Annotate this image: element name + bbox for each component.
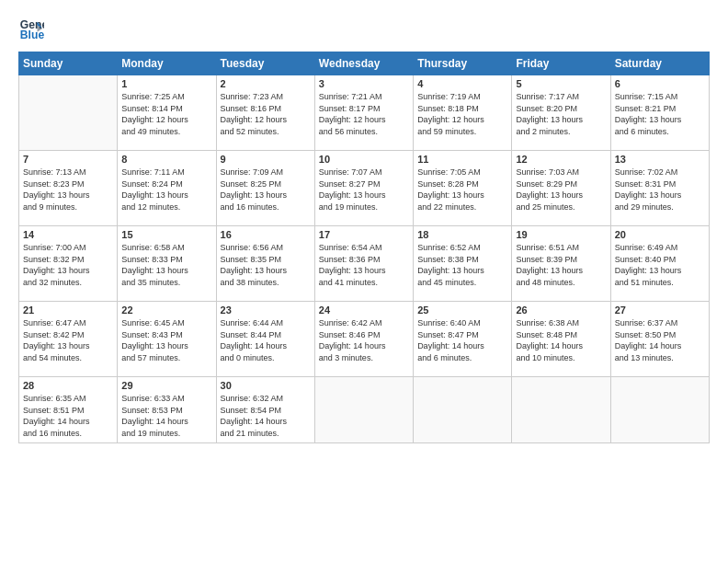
day-cell: 3Sunrise: 7:21 AM Sunset: 8:17 PM Daylig…: [314, 75, 413, 151]
day-cell: [314, 377, 413, 443]
col-header-tuesday: Tuesday: [216, 52, 314, 75]
day-number: 12: [516, 154, 606, 165]
day-number: 1: [121, 78, 211, 89]
day-number: 16: [221, 229, 311, 240]
day-cell: 21Sunrise: 6:47 AM Sunset: 8:42 PM Dayli…: [19, 302, 118, 377]
header-row: SundayMondayTuesdayWednesdayThursdayFrid…: [19, 52, 710, 75]
day-info: Sunrise: 7:19 AM Sunset: 8:18 PM Dayligh…: [417, 91, 507, 137]
day-cell: 20Sunrise: 6:49 AM Sunset: 8:40 PM Dayli…: [610, 226, 709, 302]
day-number: 6: [615, 78, 705, 89]
day-cell: [414, 377, 512, 443]
day-number: 7: [23, 154, 113, 165]
day-info: Sunrise: 7:23 AM Sunset: 8:16 PM Dayligh…: [221, 91, 311, 137]
day-cell: 5Sunrise: 7:17 AM Sunset: 8:20 PM Daylig…: [512, 75, 610, 151]
day-number: 4: [417, 78, 507, 89]
day-cell: 4Sunrise: 7:19 AM Sunset: 8:18 PM Daylig…: [414, 75, 512, 151]
logo: General Blue: [18, 17, 48, 42]
day-info: Sunrise: 7:13 AM Sunset: 8:23 PM Dayligh…: [23, 167, 113, 213]
day-number: 22: [121, 304, 211, 316]
day-number: 24: [319, 304, 409, 316]
day-number: 20: [615, 229, 705, 240]
day-number: 5: [516, 78, 606, 89]
logo-icon: General Blue: [18, 17, 44, 42]
day-cell: 7Sunrise: 7:13 AM Sunset: 8:23 PM Daylig…: [19, 151, 118, 226]
day-number: 15: [121, 229, 211, 240]
day-cell: 19Sunrise: 6:51 AM Sunset: 8:39 PM Dayli…: [512, 226, 610, 302]
day-number: 30: [221, 380, 311, 391]
day-info: Sunrise: 7:03 AM Sunset: 8:29 PM Dayligh…: [516, 167, 606, 213]
week-row-4: 21Sunrise: 6:47 AM Sunset: 8:42 PM Dayli…: [19, 302, 710, 377]
col-header-friday: Friday: [512, 52, 610, 75]
day-info: Sunrise: 6:40 AM Sunset: 8:47 PM Dayligh…: [417, 317, 507, 363]
day-cell: 11Sunrise: 7:05 AM Sunset: 8:28 PM Dayli…: [414, 151, 512, 226]
day-number: 8: [121, 154, 211, 165]
day-info: Sunrise: 6:37 AM Sunset: 8:50 PM Dayligh…: [615, 317, 705, 363]
day-cell: 1Sunrise: 7:25 AM Sunset: 8:14 PM Daylig…: [118, 75, 216, 151]
day-info: Sunrise: 7:05 AM Sunset: 8:28 PM Dayligh…: [417, 167, 507, 213]
page: General Blue SundayMondayTuesdayWednesda…: [0, 0, 728, 563]
day-cell: 13Sunrise: 7:02 AM Sunset: 8:31 PM Dayli…: [610, 151, 709, 226]
day-info: Sunrise: 7:11 AM Sunset: 8:24 PM Dayligh…: [121, 167, 211, 213]
day-cell: 14Sunrise: 7:00 AM Sunset: 8:32 PM Dayli…: [19, 226, 118, 302]
day-info: Sunrise: 6:44 AM Sunset: 8:44 PM Dayligh…: [221, 317, 311, 363]
header: General Blue: [18, 17, 710, 42]
day-info: Sunrise: 6:47 AM Sunset: 8:42 PM Dayligh…: [23, 317, 113, 363]
day-cell: 2Sunrise: 7:23 AM Sunset: 8:16 PM Daylig…: [216, 75, 314, 151]
day-cell: 16Sunrise: 6:56 AM Sunset: 8:35 PM Dayli…: [216, 226, 314, 302]
day-info: Sunrise: 6:51 AM Sunset: 8:39 PM Dayligh…: [516, 242, 606, 288]
day-cell: 30Sunrise: 6:32 AM Sunset: 8:54 PM Dayli…: [216, 377, 314, 443]
day-cell: 18Sunrise: 6:52 AM Sunset: 8:38 PM Dayli…: [414, 226, 512, 302]
day-cell: 24Sunrise: 6:42 AM Sunset: 8:46 PM Dayli…: [314, 302, 413, 377]
day-info: Sunrise: 7:25 AM Sunset: 8:14 PM Dayligh…: [121, 91, 211, 137]
col-header-sunday: Sunday: [19, 52, 118, 75]
day-cell: 28Sunrise: 6:35 AM Sunset: 8:51 PM Dayli…: [19, 377, 118, 443]
week-row-2: 7Sunrise: 7:13 AM Sunset: 8:23 PM Daylig…: [19, 151, 710, 226]
day-number: 28: [23, 380, 113, 391]
svg-text:Blue: Blue: [20, 29, 44, 41]
day-info: Sunrise: 6:58 AM Sunset: 8:33 PM Dayligh…: [121, 242, 211, 288]
day-info: Sunrise: 7:09 AM Sunset: 8:25 PM Dayligh…: [221, 167, 311, 213]
day-number: 2: [221, 78, 311, 89]
col-header-wednesday: Wednesday: [314, 52, 413, 75]
day-cell: 15Sunrise: 6:58 AM Sunset: 8:33 PM Dayli…: [118, 226, 216, 302]
week-row-3: 14Sunrise: 7:00 AM Sunset: 8:32 PM Dayli…: [19, 226, 710, 302]
day-info: Sunrise: 6:49 AM Sunset: 8:40 PM Dayligh…: [615, 242, 705, 288]
col-header-thursday: Thursday: [414, 52, 512, 75]
week-row-1: 1Sunrise: 7:25 AM Sunset: 8:14 PM Daylig…: [19, 75, 710, 151]
day-info: Sunrise: 6:52 AM Sunset: 8:38 PM Dayligh…: [417, 242, 507, 288]
day-number: 21: [23, 304, 113, 316]
day-info: Sunrise: 6:45 AM Sunset: 8:43 PM Dayligh…: [121, 317, 211, 363]
day-cell: 23Sunrise: 6:44 AM Sunset: 8:44 PM Dayli…: [216, 302, 314, 377]
day-number: 26: [516, 304, 606, 316]
day-cell: 10Sunrise: 7:07 AM Sunset: 8:27 PM Dayli…: [314, 151, 413, 226]
day-cell: 27Sunrise: 6:37 AM Sunset: 8:50 PM Dayli…: [610, 302, 709, 377]
day-info: Sunrise: 6:32 AM Sunset: 8:54 PM Dayligh…: [221, 393, 311, 439]
day-number: 17: [319, 229, 409, 240]
day-number: 3: [319, 78, 409, 89]
day-info: Sunrise: 7:07 AM Sunset: 8:27 PM Dayligh…: [319, 167, 409, 213]
week-row-5: 28Sunrise: 6:35 AM Sunset: 8:51 PM Dayli…: [19, 377, 710, 443]
day-number: 9: [221, 154, 311, 165]
day-cell: 22Sunrise: 6:45 AM Sunset: 8:43 PM Dayli…: [118, 302, 216, 377]
day-info: Sunrise: 7:02 AM Sunset: 8:31 PM Dayligh…: [615, 167, 705, 213]
day-number: 29: [121, 380, 211, 391]
day-info: Sunrise: 6:42 AM Sunset: 8:46 PM Dayligh…: [319, 317, 409, 363]
day-info: Sunrise: 7:17 AM Sunset: 8:20 PM Dayligh…: [516, 91, 606, 137]
day-cell: [512, 377, 610, 443]
col-header-saturday: Saturday: [610, 52, 709, 75]
day-info: Sunrise: 7:15 AM Sunset: 8:21 PM Dayligh…: [615, 91, 705, 137]
day-info: Sunrise: 6:54 AM Sunset: 8:36 PM Dayligh…: [319, 242, 409, 288]
day-number: 27: [615, 304, 705, 316]
day-cell: 25Sunrise: 6:40 AM Sunset: 8:47 PM Dayli…: [414, 302, 512, 377]
day-number: 11: [417, 154, 507, 165]
day-cell: 17Sunrise: 6:54 AM Sunset: 8:36 PM Dayli…: [314, 226, 413, 302]
day-number: 23: [221, 304, 311, 316]
day-info: Sunrise: 6:33 AM Sunset: 8:53 PM Dayligh…: [121, 393, 211, 439]
day-cell: [610, 377, 709, 443]
day-number: 13: [615, 154, 705, 165]
day-info: Sunrise: 6:38 AM Sunset: 8:48 PM Dayligh…: [516, 317, 606, 363]
day-number: 18: [417, 229, 507, 240]
day-cell: 26Sunrise: 6:38 AM Sunset: 8:48 PM Dayli…: [512, 302, 610, 377]
day-info: Sunrise: 7:00 AM Sunset: 8:32 PM Dayligh…: [23, 242, 113, 288]
day-number: 10: [319, 154, 409, 165]
